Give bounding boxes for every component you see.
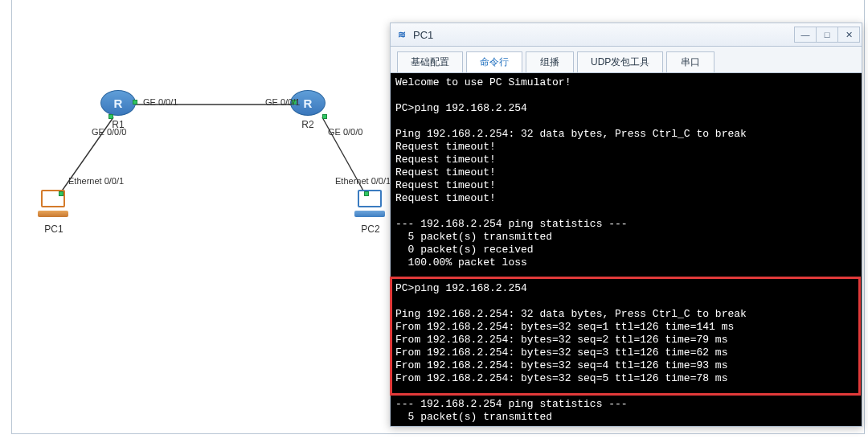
if-label: Ethernet 0/0/1: [68, 176, 124, 186]
terminal-titlebar[interactable]: ≋ PC1 — □ ✕: [390, 23, 862, 47]
if-label: GE 0/0/0: [92, 127, 126, 137]
if-label: GE 0/0/0: [328, 127, 362, 137]
port-indicator: [59, 191, 63, 196]
terminal-tabs: 基础配置命令行组播UDP发包工具串口: [390, 47, 862, 73]
device-pc2[interactable]: PC2: [353, 190, 388, 224]
window-title: PC1: [413, 29, 433, 41]
close-button[interactable]: ✕: [837, 27, 860, 43]
router-glyph: R: [304, 96, 313, 110]
if-label: Ethernet 0/0/1: [335, 176, 391, 186]
close-icon: ✕: [845, 30, 853, 40]
port-indicator: [364, 191, 369, 196]
tab-基础配置[interactable]: 基础配置: [397, 51, 463, 72]
port-indicator: [133, 100, 137, 105]
terminal-window[interactable]: ≋ PC1 — □ ✕ 基础配置命令行组播UDP发包工具串口 Welcome t…: [390, 23, 862, 427]
port-indicator: [108, 114, 113, 119]
tab-组播[interactable]: 组播: [526, 51, 574, 72]
port-indicator: [322, 114, 327, 119]
app-icon: ≋: [395, 28, 408, 41]
tab-串口[interactable]: 串口: [666, 51, 714, 72]
maximize-icon: □: [825, 30, 830, 39]
minimize-button[interactable]: —: [794, 27, 817, 43]
router-glyph: R: [114, 96, 123, 110]
if-label: GE 0/0/1: [143, 97, 178, 107]
device-label-pc2: PC2: [346, 224, 395, 235]
device-r1[interactable]: R R1: [100, 90, 136, 117]
device-label-r2: R2: [284, 119, 332, 130]
if-label: GE 0/0/1: [265, 97, 300, 107]
tab-UDP发包工具[interactable]: UDP发包工具: [577, 51, 663, 72]
device-label-pc1: PC1: [30, 224, 78, 235]
maximize-button[interactable]: □: [816, 27, 838, 43]
tab-命令行[interactable]: 命令行: [466, 51, 522, 72]
console-output[interactable]: Welcome to use PC Simulator! PC>ping 192…: [390, 73, 862, 427]
device-pc1[interactable]: PC1: [36, 190, 72, 224]
minimize-icon: —: [801, 30, 810, 39]
